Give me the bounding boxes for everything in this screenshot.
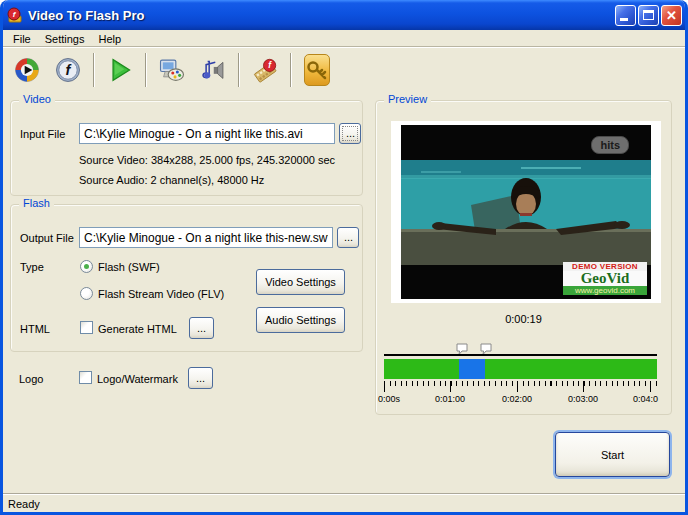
logo-watermark-label[interactable]: Logo/Watermark bbox=[97, 373, 178, 385]
tick-label-2: 0:02:00 bbox=[502, 394, 532, 404]
input-file-browse-button[interactable]: ... bbox=[339, 123, 361, 144]
current-time-label: 0:00:19 bbox=[376, 313, 671, 325]
flash-player-icon: f bbox=[55, 53, 81, 87]
flash-group-title: Flash bbox=[19, 197, 54, 209]
maximize-icon bbox=[643, 10, 654, 20]
menubar: File Settings Help bbox=[3, 30, 685, 47]
generate-html-label[interactable]: Generate HTML bbox=[98, 323, 177, 335]
logo-browse-button[interactable]: ... bbox=[188, 367, 213, 389]
video-settings-button[interactable]: Video Settings bbox=[256, 269, 345, 295]
start-button[interactable]: Start bbox=[555, 432, 670, 477]
flash-movie-button[interactable]: f bbox=[246, 50, 284, 90]
radio-flash-swf-label[interactable]: Flash (SWF) bbox=[98, 261, 160, 273]
output-file-label: Output File bbox=[20, 232, 74, 244]
minimize-button[interactable] bbox=[615, 5, 636, 26]
flash-player-button[interactable]: f bbox=[49, 50, 87, 90]
titlebar: f Video To Flash Pro ✕ bbox=[0, 0, 688, 30]
generate-html-checkbox[interactable] bbox=[80, 321, 93, 334]
audio-settings-toolbar-button[interactable] bbox=[194, 50, 232, 90]
type-label: Type bbox=[20, 261, 44, 273]
app-window: f Video To Flash Pro ✕ File Settings Hel… bbox=[0, 0, 688, 515]
demo-watermark: DEMO VERSION GeoVid www.geovid.com bbox=[563, 262, 647, 295]
tick-label-1: 0:01:00 bbox=[435, 394, 465, 404]
radio-flash-stream-flv-label[interactable]: Flash Stream Video (FLV) bbox=[98, 288, 224, 300]
menu-help[interactable]: Help bbox=[91, 32, 128, 46]
app-logo-icon: f bbox=[6, 7, 23, 24]
register-button[interactable] bbox=[298, 50, 336, 90]
close-icon: ✕ bbox=[662, 6, 681, 25]
radio-flash-swf[interactable] bbox=[80, 260, 93, 273]
timeline-selection[interactable] bbox=[459, 359, 485, 379]
menu-settings[interactable]: Settings bbox=[38, 32, 92, 46]
preview-video: hits DEMO VERSION GeoVid www.geovid.com bbox=[401, 125, 651, 299]
toolbar-separator bbox=[238, 53, 240, 87]
geovid-url-text: www.geovid.com bbox=[563, 286, 647, 295]
audio-settings-icon bbox=[200, 53, 226, 87]
menu-file[interactable]: File bbox=[6, 32, 38, 46]
minimize-icon bbox=[620, 18, 628, 21]
register-key-background bbox=[304, 54, 330, 86]
tick-label-0: 0:00s bbox=[378, 394, 400, 404]
statusbar: Ready bbox=[3, 494, 685, 512]
timeline-major-ticks bbox=[384, 381, 658, 392]
timeline-trackbar[interactable] bbox=[384, 359, 657, 379]
output-file-browse-button[interactable]: ... bbox=[337, 227, 359, 248]
source-audio-info: Source Audio: 2 channel(s), 48000 Hz bbox=[79, 174, 264, 186]
preview-groupbox: Preview bbox=[375, 100, 672, 415]
radio-flash-stream-flv[interactable] bbox=[80, 287, 93, 300]
toolbar-separator bbox=[93, 53, 95, 87]
toolbar-separator bbox=[290, 53, 292, 87]
video-groupbox: Video Input File ... Source Video: 384x2… bbox=[10, 100, 363, 196]
logo-label: Logo bbox=[19, 373, 43, 385]
start-conversion-button[interactable] bbox=[101, 50, 139, 90]
flash-movie-icon: f bbox=[252, 53, 278, 87]
key-icon bbox=[305, 58, 329, 82]
audio-settings-button[interactable]: Audio Settings bbox=[256, 307, 345, 333]
toolbar-separator bbox=[145, 53, 147, 87]
close-button[interactable]: ✕ bbox=[661, 5, 682, 26]
source-video-info: Source Video: 384x288, 25.000 fps, 245.3… bbox=[79, 154, 335, 166]
flash-groupbox: Flash Output File ... Type Flash (SWF) F… bbox=[10, 204, 363, 352]
preview-group-title: Preview bbox=[384, 93, 431, 105]
window-title: Video To Flash Pro bbox=[28, 8, 615, 23]
logo-watermark-checkbox[interactable] bbox=[79, 371, 92, 384]
hits-logo: hits bbox=[591, 136, 629, 154]
maximize-button[interactable] bbox=[638, 5, 659, 26]
html-label: HTML bbox=[20, 323, 50, 335]
video-settings-toolbar-button[interactable] bbox=[153, 50, 191, 90]
tick-label-4: 0:04:0 bbox=[633, 394, 658, 404]
media-player-button[interactable] bbox=[8, 50, 46, 90]
trim-guide-line bbox=[384, 354, 657, 356]
media-player-icon bbox=[14, 53, 40, 87]
start-conversion-icon bbox=[107, 55, 133, 85]
html-settings-browse-button[interactable]: ... bbox=[189, 317, 214, 339]
preview-frame: hits DEMO VERSION GeoVid www.geovid.com bbox=[391, 121, 661, 303]
tick-label-3: 0:03:00 bbox=[568, 394, 598, 404]
video-group-title: Video bbox=[19, 93, 55, 105]
geovid-logo-text: GeoVid bbox=[563, 271, 647, 286]
input-file-label: Input File bbox=[20, 128, 65, 140]
video-settings-icon bbox=[159, 53, 185, 87]
output-file-field[interactable] bbox=[79, 227, 333, 248]
input-file-field[interactable] bbox=[79, 123, 335, 144]
status-text: Ready bbox=[8, 498, 40, 510]
toolbar: f bbox=[3, 47, 685, 92]
